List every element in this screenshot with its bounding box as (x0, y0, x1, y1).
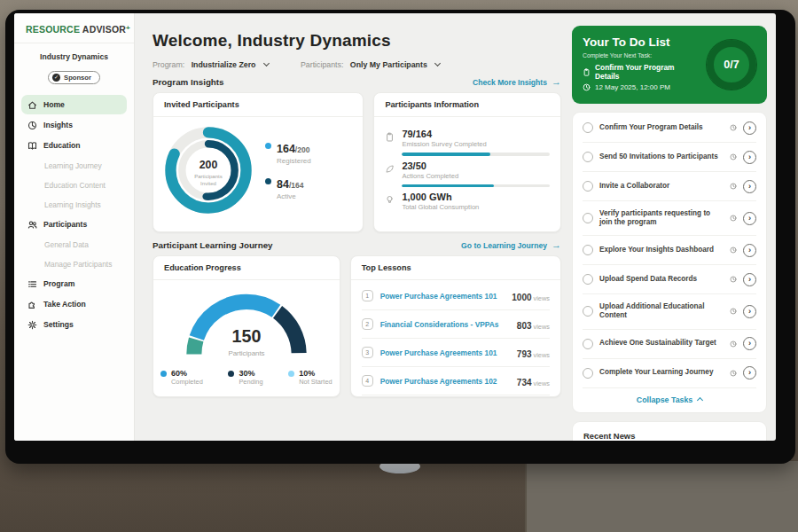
sidebar-item-participants[interactable]: Participants (21, 215, 127, 234)
lesson-row[interactable]: 3 Power Purchase Agreements 101 793views (362, 339, 550, 367)
info-label: Emission Survey Completed (402, 140, 550, 148)
legend-dot (288, 371, 294, 377)
sidebar-item-learning-insights[interactable]: Learning Insights (21, 195, 127, 214)
task-row[interactable]: Achieve One Sustainability Target › (583, 330, 756, 359)
program-filter[interactable]: Program: Industrialize Zero (153, 60, 269, 69)
sidebar-item-insights[interactable]: Insights (21, 115, 127, 135)
gauge-center-value: 150 (231, 326, 261, 346)
todo-due-label: 12 May 2025, 12:00 PM (595, 83, 670, 91)
gauge-chart-area: 150 Participants 60% Completed 30% Pendi… (153, 280, 340, 386)
gauge-center-label: Participants (228, 349, 264, 357)
task-open-button[interactable]: › (743, 151, 756, 164)
legend-item-not-started: 10% Not Started (288, 369, 332, 386)
todo-title: Your To Do List (583, 35, 700, 49)
info-row-consumption: 1,000 GWh Total Global Consumption (385, 192, 550, 211)
sidebar-item-home[interactable]: Home (21, 95, 127, 114)
task-open-button[interactable]: › (743, 337, 756, 350)
sidebar-item-manage-participants[interactable]: Manage Participants (21, 254, 127, 273)
todo-subtitle: Complete Your Next Task: (583, 52, 700, 59)
task-checkbox[interactable] (583, 122, 593, 133)
task-open-button[interactable]: › (743, 180, 756, 193)
recent-news-title: Recent News (583, 431, 755, 441)
lesson-title-link[interactable]: Financial Considerations - VPPAs (380, 320, 510, 329)
info-label: Actions Completed (402, 172, 550, 180)
task-checkbox[interactable] (583, 368, 593, 379)
sidebar-item-label: Insights (43, 121, 73, 129)
legend-label: Registered (277, 157, 311, 165)
progress-bar-fill (402, 153, 490, 156)
legend-percent: 60% (171, 369, 203, 378)
lesson-row[interactable]: 4 Power Purchase Agreements 102 734views (362, 367, 550, 395)
collapse-label: Collapse Tasks (637, 395, 692, 404)
legend-dot (265, 143, 271, 149)
donut-center-label-1: Participants (194, 174, 223, 179)
task-row[interactable]: Invite a Collaborator › (583, 172, 756, 201)
lesson-title-link[interactable]: Power Purchase Agreements 101 (380, 348, 510, 357)
task-row[interactable]: Confirm Your Program Details › (583, 113, 756, 143)
card-title: Invited Participants (153, 93, 363, 117)
lesson-row[interactable]: 1 Power Purchase Agreements 101 1000view… (362, 282, 550, 310)
task-open-button[interactable]: › (743, 366, 756, 379)
org-name: Industry Dynamics (14, 43, 134, 61)
task-row[interactable]: Upload Additional Educational Content › (583, 294, 756, 329)
task-open-button[interactable]: › (743, 212, 756, 225)
task-row[interactable]: Explore Your Insights Dashboard › (583, 236, 756, 265)
task-checkbox[interactable] (583, 152, 593, 162)
filter-bar: Program: Industrialize Zero Participants… (153, 60, 561, 69)
insights-icon (27, 121, 37, 130)
sponsor-badge[interactable]: ✓ Sponsor (48, 71, 100, 84)
sidebar-item-education-content[interactable]: Education Content (21, 176, 127, 194)
task-checkbox[interactable] (583, 245, 593, 255)
background-wall (525, 461, 798, 532)
task-open-button[interactable]: › (743, 273, 756, 286)
sidebar-item-learning-journey[interactable]: Learning Journey (21, 156, 127, 175)
lesson-title-link[interactable]: Power Purchase Agreements 101 (380, 292, 505, 301)
chevron-right-icon: › (748, 368, 751, 377)
lesson-views: 1000 (512, 293, 531, 302)
sidebar-item-label: Education (43, 141, 81, 150)
sidebar-item-label: Education Content (44, 181, 106, 190)
recent-news-card: Recent News (572, 421, 767, 441)
participants-filter[interactable]: Participants: Only My Participants (301, 60, 440, 69)
sidebar-item-take-action[interactable]: Take Action (21, 294, 127, 314)
lesson-row[interactable]: 2 Financial Considerations - VPPAs 803vi… (362, 310, 550, 339)
sidebar-item-label: Learning Journey (44, 161, 102, 170)
legend-item-registered: 164/200 Registered (265, 140, 311, 165)
lesson-rank: 4 (362, 375, 373, 387)
sidebar-menu: Home Insights Education Learning Journey… (14, 92, 134, 337)
sidebar-item-education[interactable]: Education (21, 136, 127, 155)
sidebar-item-label: Participants (43, 220, 87, 229)
task-row[interactable]: Verify participants requesting to join t… (583, 201, 756, 236)
sidebar-item-program[interactable]: Program (21, 274, 127, 293)
info-label: Total Global Consumption (402, 203, 550, 211)
sidebar-item-general-data[interactable]: General Data (21, 235, 127, 254)
task-open-button[interactable]: › (743, 121, 756, 135)
go-to-learning-journey-link[interactable]: Go to Learning Journey → (461, 240, 561, 250)
check-more-insights-link[interactable]: Check More Insights → (473, 77, 561, 87)
clock-icon (730, 153, 737, 160)
task-checkbox[interactable] (583, 181, 593, 192)
task-row[interactable]: Send 50 Invitations to Participants › (583, 143, 756, 172)
task-checkbox[interactable] (583, 339, 593, 349)
task-row[interactable]: Complete Your Learning Journey › (583, 359, 756, 388)
task-row[interactable]: Upload Spend Data Records › (583, 265, 756, 294)
lesson-rank: 1 (362, 290, 373, 301)
program-insights-header: Program Insights Check More Insights → (153, 77, 561, 87)
legend-dot (228, 371, 234, 377)
task-checkbox[interactable] (583, 306, 593, 317)
todo-progress-ring: 0/7 (707, 40, 756, 90)
task-open-button[interactable]: › (743, 244, 756, 257)
clipboard-icon (583, 68, 591, 76)
task-checkbox[interactable] (583, 274, 593, 285)
chevron-right-icon: › (748, 246, 751, 254)
task-open-button[interactable]: › (743, 305, 756, 318)
task-checkbox[interactable] (583, 213, 593, 223)
invited-donut-chart: 200 Participants Invited (159, 121, 258, 220)
lesson-title-link[interactable]: Power Purchase Agreements 102 (380, 377, 510, 386)
main-content: Welcome, Industry Dynamics Program: Indu… (135, 13, 570, 441)
lesson-row[interactable]: 5 Power Purchase Agreements 103 600views (362, 395, 550, 397)
sidebar-item-settings[interactable]: Settings (21, 315, 127, 334)
legend-item-completed: 60% Completed (160, 369, 203, 386)
collapse-tasks-link[interactable]: Collapse Tasks (583, 388, 756, 409)
legend-item-active: 84/164 Active (265, 176, 311, 200)
